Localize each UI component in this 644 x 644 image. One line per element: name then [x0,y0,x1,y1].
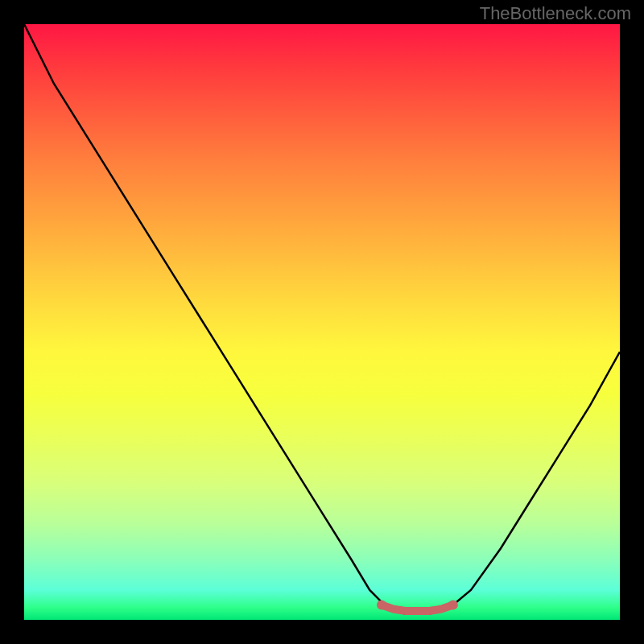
svg-point-1 [448,601,458,610]
chart-plot-area [24,24,620,620]
svg-point-0 [377,601,386,610]
watermark-text: TheBottleneck.com [480,3,631,24]
chart-svg [24,24,620,620]
optimal-region-marker [377,601,458,611]
bottleneck-curve [24,24,620,614]
